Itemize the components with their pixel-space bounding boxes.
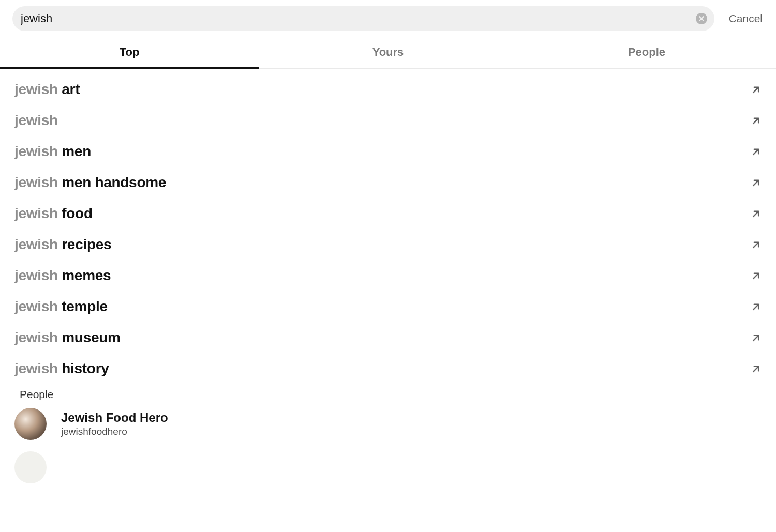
suggestion-completion: history: [58, 360, 109, 376]
close-icon: [699, 14, 704, 23]
suggestion-completion: temple: [58, 298, 108, 314]
suggestion-completion: memes: [58, 267, 111, 283]
suggestion-text: jewish art: [14, 81, 80, 98]
suggestions-list: jewish artjewishjewish menjewish men han…: [0, 69, 776, 384]
suggestion-completion: men handsome: [58, 174, 166, 190]
suggestion-completion: men: [58, 143, 91, 159]
arrow-up-left-icon[interactable]: [751, 115, 762, 126]
suggestion-prefix: jewish: [14, 112, 58, 128]
arrow-up-left-icon[interactable]: [751, 270, 762, 281]
tab-people[interactable]: People: [517, 38, 776, 68]
person-name: Jewish Food Hero: [61, 411, 168, 425]
search-input[interactable]: [21, 12, 696, 25]
person-handle: jewishfoodhero: [61, 426, 168, 437]
search-bar-row: Cancel: [0, 0, 776, 31]
clear-search-button[interactable]: [696, 13, 707, 24]
avatar: [14, 451, 47, 483]
suggestion-text: jewish food: [14, 205, 93, 222]
arrow-up-left-icon[interactable]: [751, 84, 762, 95]
suggestion-text: jewish men: [14, 143, 91, 160]
suggestion-prefix: jewish: [14, 205, 58, 221]
people-heading: People: [20, 388, 776, 401]
suggestion-prefix: jewish: [14, 174, 58, 190]
suggestion-item[interactable]: jewish food: [0, 198, 776, 229]
suggestion-text: jewish history: [14, 360, 109, 377]
arrow-up-left-icon[interactable]: [751, 363, 762, 374]
suggestion-prefix: jewish: [14, 267, 58, 283]
suggestion-item[interactable]: jewish history: [0, 353, 776, 384]
suggestion-completion: recipes: [58, 236, 111, 252]
suggestion-completion: food: [58, 205, 93, 221]
suggestion-item[interactable]: jewish men handsome: [0, 167, 776, 198]
suggestion-item[interactable]: jewish temple: [0, 291, 776, 322]
suggestion-prefix: jewish: [14, 81, 58, 97]
arrow-up-left-icon[interactable]: [751, 208, 762, 219]
person-result[interactable]: Jewish Food Hero jewishfoodhero: [20, 408, 776, 440]
suggestion-completion: art: [58, 81, 80, 97]
search-tabs: Top Yours People: [0, 38, 776, 69]
avatar: [14, 408, 47, 440]
cancel-button[interactable]: Cancel: [721, 12, 771, 25]
tab-yours[interactable]: Yours: [259, 38, 517, 68]
suggestion-item[interactable]: jewish recipes: [0, 229, 776, 260]
suggestion-text: jewish recipes: [14, 236, 111, 253]
arrow-up-left-icon[interactable]: [751, 239, 762, 250]
arrow-up-left-icon[interactable]: [751, 332, 762, 343]
tab-top[interactable]: Top: [0, 38, 259, 68]
search-box[interactable]: [12, 6, 714, 31]
arrow-up-left-icon[interactable]: [751, 146, 762, 157]
suggestion-text: jewish: [14, 112, 58, 129]
suggestion-item[interactable]: jewish memes: [0, 260, 776, 291]
suggestion-text: jewish men handsome: [14, 174, 166, 191]
suggestion-completion: museum: [58, 329, 121, 345]
suggestion-item[interactable]: jewish art: [0, 74, 776, 105]
suggestion-text: jewish memes: [14, 267, 111, 284]
suggestion-prefix: jewish: [14, 143, 58, 159]
suggestion-prefix: jewish: [14, 236, 58, 252]
suggestion-prefix: jewish: [14, 360, 58, 376]
suggestion-text: jewish museum: [14, 329, 121, 346]
person-info: Jewish Food Hero jewishfoodhero: [61, 411, 168, 437]
arrow-up-left-icon[interactable]: [751, 301, 762, 312]
suggestion-prefix: jewish: [14, 329, 58, 345]
arrow-up-left-icon[interactable]: [751, 177, 762, 188]
suggestion-prefix: jewish: [14, 298, 58, 314]
suggestion-item[interactable]: jewish museum: [0, 322, 776, 353]
suggestion-item[interactable]: jewish men: [0, 136, 776, 167]
people-section: People Jewish Food Hero jewishfoodhero: [0, 384, 776, 483]
suggestion-item[interactable]: jewish: [0, 105, 776, 136]
suggestion-text: jewish temple: [14, 298, 108, 315]
